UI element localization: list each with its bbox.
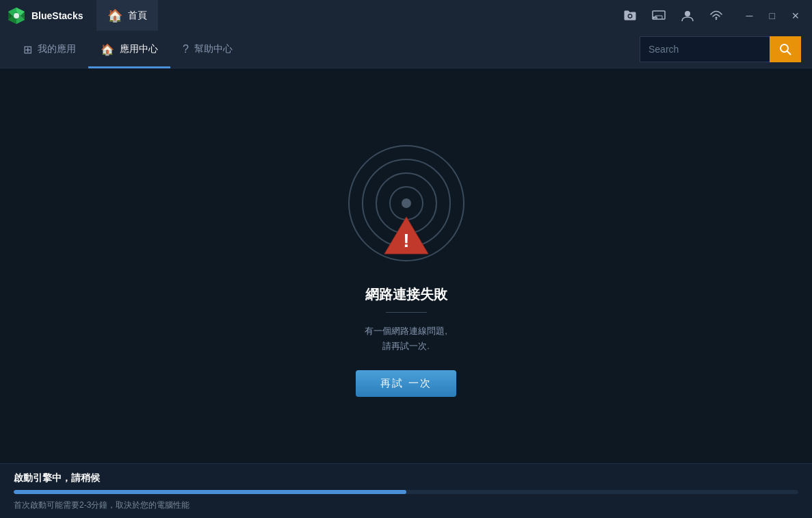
title-tab[interactable]: 🏠 首頁 [96, 0, 158, 31]
error-desc-line1: 有一個網路連線問題, [365, 326, 447, 336]
title-left: BlueStacks 🏠 首頁 [7, 0, 158, 31]
title-tab-label: 首頁 [128, 10, 147, 22]
close-button[interactable]: ✕ [786, 9, 805, 23]
main-content: ! 網路連接失敗 有一個網路連線問題, 請再試一次. 再試 一次 [0, 68, 812, 463]
warning-triangle: ! [382, 214, 430, 258]
wifi-circles: ! [345, 142, 468, 265]
search-button[interactable] [770, 36, 801, 62]
error-description: 有一個網路連線問題, 請再試一次. [365, 324, 447, 354]
wifi-icon[interactable] [707, 6, 726, 25]
user-icon[interactable] [678, 6, 697, 25]
help-icon: ? [183, 43, 189, 55]
svg-point-7 [14, 13, 19, 18]
minimize-button[interactable]: ─ [741, 9, 759, 23]
error-title: 網路連接失敗 [365, 285, 447, 304]
title-bar: BlueStacks 🏠 首頁 ─ □ ✕ [0, 0, 812, 31]
progress-bar-background [14, 490, 798, 494]
nav-my-apps-label: 我的應用 [38, 43, 76, 55]
wifi-error-graphic: ! [338, 135, 475, 272]
bottom-bar: 啟動引擎中，請稍候 首次啟動可能需要2-3分鐘，取決於您的電腦性能 [0, 463, 812, 518]
retry-button[interactable]: 再試 一次 [356, 370, 456, 397]
svg-text:!: ! [403, 230, 409, 251]
maximize-button[interactable]: □ [764, 9, 781, 23]
cast-icon[interactable] [649, 6, 668, 25]
nav-app-center-label: 應用中心 [120, 43, 158, 55]
window-controls: ─ □ ✕ [741, 9, 805, 23]
app-center-icon: 🏠 [101, 43, 114, 56]
loading-note: 首次啟動可能需要2-3分鐘，取決於您的電腦性能 [14, 500, 798, 511]
nav-my-apps[interactable]: ⊞ 我的應用 [11, 31, 88, 68]
nav-help[interactable]: ? 幫助中心 [170, 31, 245, 68]
nav-app-center[interactable]: 🏠 應用中心 [88, 31, 170, 68]
svg-point-8 [629, 14, 631, 17]
search-icon [779, 43, 791, 55]
error-divider [386, 312, 427, 313]
nav-help-label: 幫助中心 [194, 43, 233, 55]
svg-line-13 [787, 51, 791, 55]
search-input[interactable] [640, 36, 770, 62]
my-apps-icon: ⊞ [23, 43, 32, 56]
progress-bar-fill [14, 490, 406, 494]
loading-title: 啟動引擎中，請稍候 [14, 472, 798, 484]
home-tab-icon: 🏠 [107, 8, 122, 23]
app-title: BlueStacks [31, 10, 83, 21]
title-right-controls: ─ □ ✕ [620, 6, 805, 25]
wifi-center-dot [402, 198, 411, 208]
nav-bar: ⊞ 我的應用 🏠 應用中心 ? 幫助中心 [0, 31, 812, 68]
error-desc-line2: 請再試一次. [382, 341, 430, 351]
svg-point-11 [715, 16, 717, 18]
search-container [640, 36, 801, 62]
bluestacks-logo-icon [7, 6, 26, 25]
camera-icon[interactable] [620, 6, 640, 25]
svg-point-10 [685, 11, 690, 16]
